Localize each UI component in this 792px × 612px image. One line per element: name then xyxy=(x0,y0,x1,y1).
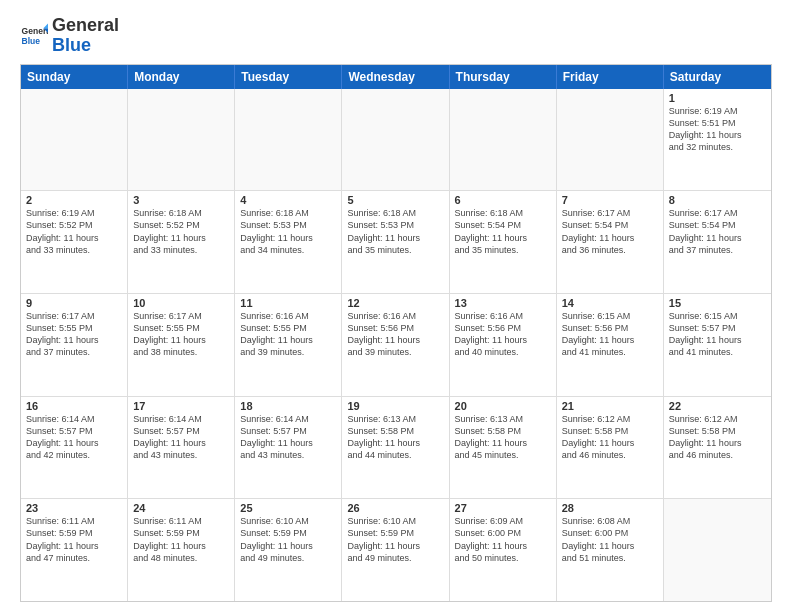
weekday-header-monday: Monday xyxy=(128,65,235,89)
day-number: 7 xyxy=(562,194,658,206)
day-number: 15 xyxy=(669,297,766,309)
day-number: 18 xyxy=(240,400,336,412)
logo-blue: Blue xyxy=(52,35,91,55)
day-info: Sunrise: 6:14 AM Sunset: 5:57 PM Dayligh… xyxy=(26,413,122,462)
day-info: Sunrise: 6:11 AM Sunset: 5:59 PM Dayligh… xyxy=(133,515,229,564)
day-number: 6 xyxy=(455,194,551,206)
day-cell-3: 3Sunrise: 6:18 AM Sunset: 5:52 PM Daylig… xyxy=(128,191,235,293)
calendar: SundayMondayTuesdayWednesdayThursdayFrid… xyxy=(20,64,772,602)
day-cell-19: 19Sunrise: 6:13 AM Sunset: 5:58 PM Dayli… xyxy=(342,397,449,499)
day-cell-1: 1Sunrise: 6:19 AM Sunset: 5:51 PM Daylig… xyxy=(664,89,771,191)
day-number: 21 xyxy=(562,400,658,412)
day-cell-23: 23Sunrise: 6:11 AM Sunset: 5:59 PM Dayli… xyxy=(21,499,128,601)
day-info: Sunrise: 6:17 AM Sunset: 5:55 PM Dayligh… xyxy=(133,310,229,359)
day-info: Sunrise: 6:13 AM Sunset: 5:58 PM Dayligh… xyxy=(347,413,443,462)
svg-text:Blue: Blue xyxy=(22,36,41,46)
day-cell-18: 18Sunrise: 6:14 AM Sunset: 5:57 PM Dayli… xyxy=(235,397,342,499)
day-info: Sunrise: 6:16 AM Sunset: 5:56 PM Dayligh… xyxy=(455,310,551,359)
day-number: 20 xyxy=(455,400,551,412)
day-info: Sunrise: 6:18 AM Sunset: 5:53 PM Dayligh… xyxy=(347,207,443,256)
logo: General Blue General Blue xyxy=(20,16,119,56)
day-cell-14: 14Sunrise: 6:15 AM Sunset: 5:56 PM Dayli… xyxy=(557,294,664,396)
day-cell-27: 27Sunrise: 6:09 AM Sunset: 6:00 PM Dayli… xyxy=(450,499,557,601)
day-cell-24: 24Sunrise: 6:11 AM Sunset: 5:59 PM Dayli… xyxy=(128,499,235,601)
day-cell-9: 9Sunrise: 6:17 AM Sunset: 5:55 PM Daylig… xyxy=(21,294,128,396)
day-info: Sunrise: 6:17 AM Sunset: 5:55 PM Dayligh… xyxy=(26,310,122,359)
weekday-header-wednesday: Wednesday xyxy=(342,65,449,89)
day-cell-8: 8Sunrise: 6:17 AM Sunset: 5:54 PM Daylig… xyxy=(664,191,771,293)
day-info: Sunrise: 6:16 AM Sunset: 5:56 PM Dayligh… xyxy=(347,310,443,359)
day-number: 5 xyxy=(347,194,443,206)
day-number: 10 xyxy=(133,297,229,309)
empty-cell-4-6 xyxy=(664,499,771,601)
day-number: 13 xyxy=(455,297,551,309)
day-info: Sunrise: 6:18 AM Sunset: 5:52 PM Dayligh… xyxy=(133,207,229,256)
day-info: Sunrise: 6:10 AM Sunset: 5:59 PM Dayligh… xyxy=(240,515,336,564)
day-info: Sunrise: 6:14 AM Sunset: 5:57 PM Dayligh… xyxy=(240,413,336,462)
day-number: 28 xyxy=(562,502,658,514)
weekday-header-sunday: Sunday xyxy=(21,65,128,89)
day-cell-13: 13Sunrise: 6:16 AM Sunset: 5:56 PM Dayli… xyxy=(450,294,557,396)
calendar-header: SundayMondayTuesdayWednesdayThursdayFrid… xyxy=(21,65,771,89)
day-info: Sunrise: 6:18 AM Sunset: 5:53 PM Dayligh… xyxy=(240,207,336,256)
day-cell-25: 25Sunrise: 6:10 AM Sunset: 5:59 PM Dayli… xyxy=(235,499,342,601)
day-cell-15: 15Sunrise: 6:15 AM Sunset: 5:57 PM Dayli… xyxy=(664,294,771,396)
weekday-header-thursday: Thursday xyxy=(450,65,557,89)
calendar-row-2: 9Sunrise: 6:17 AM Sunset: 5:55 PM Daylig… xyxy=(21,294,771,397)
day-number: 4 xyxy=(240,194,336,206)
day-info: Sunrise: 6:16 AM Sunset: 5:55 PM Dayligh… xyxy=(240,310,336,359)
weekday-header-friday: Friday xyxy=(557,65,664,89)
header: General Blue General Blue xyxy=(20,16,772,56)
day-info: Sunrise: 6:13 AM Sunset: 5:58 PM Dayligh… xyxy=(455,413,551,462)
logo-icon: General Blue xyxy=(20,22,48,50)
day-number: 14 xyxy=(562,297,658,309)
day-info: Sunrise: 6:09 AM Sunset: 6:00 PM Dayligh… xyxy=(455,515,551,564)
day-cell-7: 7Sunrise: 6:17 AM Sunset: 5:54 PM Daylig… xyxy=(557,191,664,293)
day-number: 22 xyxy=(669,400,766,412)
day-info: Sunrise: 6:19 AM Sunset: 5:52 PM Dayligh… xyxy=(26,207,122,256)
day-cell-5: 5Sunrise: 6:18 AM Sunset: 5:53 PM Daylig… xyxy=(342,191,449,293)
day-number: 27 xyxy=(455,502,551,514)
day-info: Sunrise: 6:17 AM Sunset: 5:54 PM Dayligh… xyxy=(562,207,658,256)
day-cell-20: 20Sunrise: 6:13 AM Sunset: 5:58 PM Dayli… xyxy=(450,397,557,499)
day-cell-16: 16Sunrise: 6:14 AM Sunset: 5:57 PM Dayli… xyxy=(21,397,128,499)
day-info: Sunrise: 6:14 AM Sunset: 5:57 PM Dayligh… xyxy=(133,413,229,462)
day-info: Sunrise: 6:19 AM Sunset: 5:51 PM Dayligh… xyxy=(669,105,766,154)
empty-cell-0-4 xyxy=(450,89,557,191)
day-cell-28: 28Sunrise: 6:08 AM Sunset: 6:00 PM Dayli… xyxy=(557,499,664,601)
day-info: Sunrise: 6:12 AM Sunset: 5:58 PM Dayligh… xyxy=(669,413,766,462)
day-number: 23 xyxy=(26,502,122,514)
day-number: 11 xyxy=(240,297,336,309)
day-cell-21: 21Sunrise: 6:12 AM Sunset: 5:58 PM Dayli… xyxy=(557,397,664,499)
empty-cell-0-1 xyxy=(128,89,235,191)
empty-cell-0-2 xyxy=(235,89,342,191)
day-info: Sunrise: 6:08 AM Sunset: 6:00 PM Dayligh… xyxy=(562,515,658,564)
day-info: Sunrise: 6:15 AM Sunset: 5:57 PM Dayligh… xyxy=(669,310,766,359)
day-number: 8 xyxy=(669,194,766,206)
day-cell-17: 17Sunrise: 6:14 AM Sunset: 5:57 PM Dayli… xyxy=(128,397,235,499)
day-cell-22: 22Sunrise: 6:12 AM Sunset: 5:58 PM Dayli… xyxy=(664,397,771,499)
calendar-row-4: 23Sunrise: 6:11 AM Sunset: 5:59 PM Dayli… xyxy=(21,499,771,601)
day-cell-26: 26Sunrise: 6:10 AM Sunset: 5:59 PM Dayli… xyxy=(342,499,449,601)
logo-general: General xyxy=(52,15,119,35)
day-number: 1 xyxy=(669,92,766,104)
day-info: Sunrise: 6:10 AM Sunset: 5:59 PM Dayligh… xyxy=(347,515,443,564)
day-number: 16 xyxy=(26,400,122,412)
day-cell-6: 6Sunrise: 6:18 AM Sunset: 5:54 PM Daylig… xyxy=(450,191,557,293)
calendar-row-1: 2Sunrise: 6:19 AM Sunset: 5:52 PM Daylig… xyxy=(21,191,771,294)
calendar-body: 1Sunrise: 6:19 AM Sunset: 5:51 PM Daylig… xyxy=(21,89,771,601)
day-info: Sunrise: 6:11 AM Sunset: 5:59 PM Dayligh… xyxy=(26,515,122,564)
day-info: Sunrise: 6:15 AM Sunset: 5:56 PM Dayligh… xyxy=(562,310,658,359)
day-number: 25 xyxy=(240,502,336,514)
day-number: 2 xyxy=(26,194,122,206)
day-number: 17 xyxy=(133,400,229,412)
page: General Blue General Blue SundayMondayTu… xyxy=(0,0,792,612)
day-cell-11: 11Sunrise: 6:16 AM Sunset: 5:55 PM Dayli… xyxy=(235,294,342,396)
day-number: 24 xyxy=(133,502,229,514)
day-cell-12: 12Sunrise: 6:16 AM Sunset: 5:56 PM Dayli… xyxy=(342,294,449,396)
day-cell-10: 10Sunrise: 6:17 AM Sunset: 5:55 PM Dayli… xyxy=(128,294,235,396)
day-info: Sunrise: 6:17 AM Sunset: 5:54 PM Dayligh… xyxy=(669,207,766,256)
logo-text: General Blue xyxy=(52,16,119,56)
day-number: 26 xyxy=(347,502,443,514)
calendar-row-0: 1Sunrise: 6:19 AM Sunset: 5:51 PM Daylig… xyxy=(21,89,771,192)
